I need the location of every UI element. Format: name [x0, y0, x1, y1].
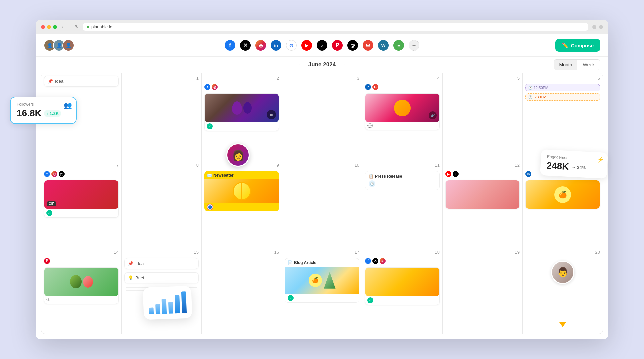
browser-right-controls [592, 25, 603, 29]
refresh-icon[interactable]: ↻ [75, 24, 79, 29]
clock-icon-1: 🕐 [528, 86, 532, 90]
tiktok-icon[interactable]: ♪ [317, 40, 327, 51]
instagram-icon[interactable]: ◎ [255, 40, 266, 51]
day-num-20: 20 [525, 250, 600, 255]
day-num-17: 17 [285, 250, 359, 255]
gmail-icon[interactable]: ✉ [363, 40, 373, 51]
press-doc-icon: 📋 [369, 174, 374, 179]
browser-buttons [41, 25, 57, 29]
day-num-15: 15 [124, 250, 199, 255]
day2-post-image: ⊞ [205, 94, 279, 122]
cal-cell-14: 14 P 👁 [41, 247, 121, 334]
pinterest-icon[interactable]: P [332, 40, 343, 51]
engagement-value: 248K → 24% [546, 160, 601, 174]
day2-facebook-icon: f [204, 84, 210, 90]
idea-card-1[interactable]: 📌 Idea [44, 76, 119, 87]
cal-cell-16: 16 [202, 247, 282, 334]
day9-newsletter-card[interactable]: ✉️ Newsletter 🔵 [204, 171, 279, 211]
day13-post-card[interactable]: 🍊 [525, 180, 600, 209]
brief-label: Brief [135, 275, 144, 280]
calendar-header: ← June 2024 → Month Week [36, 57, 608, 73]
minimize-btn[interactable] [47, 25, 51, 29]
press-footer: 🕐 [369, 180, 436, 187]
day6-time-slot-1[interactable]: 🕐 12:50PM [525, 84, 600, 91]
day-num-3: 3 [285, 76, 359, 81]
current-month-label: June 2024 [308, 61, 336, 68]
compose-label: Compose [571, 43, 594, 48]
month-view-btn[interactable]: Month [554, 60, 578, 70]
newsletter-label: Newsletter [213, 173, 234, 178]
day17-check-icon: ✓ [288, 295, 294, 301]
day17-blog-card[interactable]: 📄 Blog Article 🍊 ✓ [285, 258, 359, 303]
add-platform-icon[interactable]: + [409, 40, 419, 51]
day7-instagram-icon: ◎ [51, 171, 57, 177]
next-month-arrow[interactable]: → [341, 62, 346, 67]
newsletter-image [204, 180, 279, 203]
top-bar: 👤 👤 👤 f ✕ ◎ in G ▶ ♪ P @ ✉ W [36, 34, 608, 57]
facebook-icon[interactable]: f [225, 40, 235, 51]
wordpress-icon[interactable]: W [378, 40, 389, 51]
day-num-1: 1 [124, 76, 199, 81]
day7-post-card[interactable]: GIF ✓ [44, 180, 119, 218]
brief-card[interactable]: 💡 Brief [124, 272, 199, 283]
calendar-grid-wrapper: 📌 Idea 1 2 f ◎ [36, 73, 608, 339]
press-release-label: Press Release [375, 174, 402, 179]
newsletter-header: ✉️ Newsletter [204, 171, 279, 180]
day4-comment-icon: 💬 [367, 123, 373, 128]
cal-cell-3: 3 [282, 73, 362, 160]
compose-button[interactable]: ✏️ Compose [555, 39, 600, 52]
week-view-btn[interactable]: Week [577, 60, 600, 70]
linkedin-icon[interactable]: in [271, 40, 281, 51]
cal-cell-20: 20 👨 [523, 247, 603, 334]
day12-post-card[interactable] [445, 180, 520, 209]
url-bar[interactable]: planable.io [83, 23, 588, 31]
maximize-btn[interactable] [53, 25, 57, 29]
chart-bar-5 [175, 295, 180, 313]
day18-facebook-icon: f [365, 258, 371, 264]
day7-facebook-icon: f [44, 171, 50, 177]
day18-check-icon: ✓ [367, 297, 373, 303]
day18-post-image [365, 268, 439, 296]
day2-post-footer: ✓ [205, 122, 279, 131]
cal-cell-9: 9 ✉️ Newsletter [202, 160, 282, 246]
day-num-19: 19 [445, 250, 520, 255]
idea-card-2[interactable]: 📌 Idea [124, 258, 199, 269]
day-num-12: 12 [445, 163, 520, 168]
cal-cell-4: 4 in G 🔗 💬 [362, 73, 442, 160]
day4-post-card[interactable]: 🔗 💬 [365, 93, 440, 130]
back-arrow[interactable]: ← [61, 24, 65, 29]
security-icon [87, 26, 89, 28]
press-time-icon: 🕐 [369, 180, 375, 187]
day-num-7: 7 [44, 163, 119, 168]
day7-check-icon: ✓ [46, 210, 52, 216]
x-twitter-icon[interactable]: ✕ [240, 40, 251, 51]
docs-icon[interactable]: ≡ [393, 40, 404, 51]
newsletter-footer: 🔵 [204, 203, 279, 211]
day-num-6: 6 [525, 76, 600, 81]
cal-cell-10: 10 [282, 160, 362, 246]
day2-post-card[interactable]: ⊞ ✓ [204, 93, 279, 131]
day13-post-image: 🍊 [526, 180, 600, 209]
time-slot-1-text: 12:50PM [534, 86, 548, 90]
day2-check-icon: ✓ [207, 123, 213, 129]
day6-time-slot-2[interactable]: 🕐 5:30PM [525, 93, 600, 101]
day4-google-icon: G [372, 84, 378, 90]
idea-icon: 📌 [48, 79, 53, 84]
followers-title: Followers [17, 102, 70, 107]
day4-linkedin-icon: in [365, 84, 371, 90]
press-release-header: 📋 Press Release [369, 174, 436, 179]
day11-press-card[interactable]: 📋 Press Release 🕐 [365, 171, 440, 190]
analytics-chart-widget [143, 286, 192, 320]
close-btn[interactable] [41, 25, 45, 29]
youtube-icon[interactable]: ▶ [301, 40, 312, 51]
day14-post-card[interactable]: 👁 [44, 267, 119, 304]
threads-icon[interactable]: @ [347, 40, 358, 51]
forward-arrow[interactable]: → [68, 24, 72, 29]
prev-month-arrow[interactable]: ← [298, 62, 303, 67]
clock-icon-2: 🕐 [528, 95, 532, 99]
day18-post-card[interactable]: ✓ [365, 267, 440, 305]
engagement-number: 248K [546, 160, 569, 172]
google-icon[interactable]: G [286, 40, 297, 51]
browser-window: ← → ↻ planable.io 👤 👤 👤 [36, 20, 608, 339]
day-num-4: 4 [365, 76, 440, 81]
